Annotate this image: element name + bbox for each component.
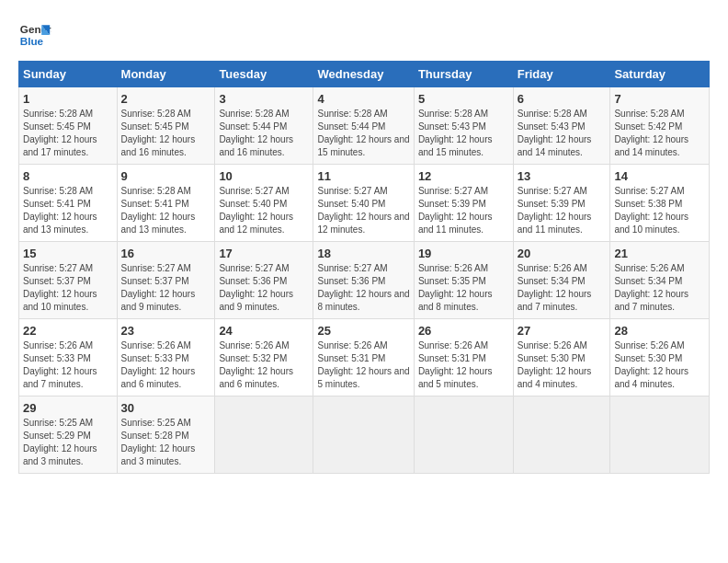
- header-tuesday: Tuesday: [215, 62, 313, 87]
- page-header: General Blue: [18, 18, 710, 52]
- calendar-day: 29Sunrise: 5:25 AMSunset: 5:29 PMDayligh…: [19, 396, 118, 474]
- calendar-day: 20Sunrise: 5:26 AMSunset: 5:34 PMDayligh…: [513, 242, 610, 319]
- day-number: 4: [317, 92, 409, 106]
- day-info: Sunrise: 5:28 AMSunset: 5:45 PMDaylight:…: [121, 108, 211, 159]
- day-info: Sunrise: 5:27 AMSunset: 5:40 PMDaylight:…: [219, 185, 309, 236]
- calendar-day: 28Sunrise: 5:26 AMSunset: 5:30 PMDayligh…: [610, 319, 710, 396]
- day-info: Sunrise: 5:26 AMSunset: 5:32 PMDaylight:…: [219, 339, 309, 391]
- calendar-day: 22Sunrise: 5:26 AMSunset: 5:33 PMDayligh…: [19, 319, 118, 396]
- calendar-day: 15Sunrise: 5:27 AMSunset: 5:37 PMDayligh…: [19, 242, 118, 319]
- calendar-day: 5Sunrise: 5:28 AMSunset: 5:43 PMDaylight…: [414, 87, 513, 165]
- day-info: Sunrise: 5:27 AMSunset: 5:39 PMDaylight:…: [418, 185, 509, 236]
- day-info: Sunrise: 5:28 AMSunset: 5:44 PMDaylight:…: [219, 108, 309, 159]
- calendar-table: SundayMondayTuesdayWednesdayThursdayFrid…: [18, 61, 710, 474]
- day-info: Sunrise: 5:28 AMSunset: 5:41 PMDaylight:…: [23, 185, 113, 236]
- day-number: 20: [518, 247, 607, 260]
- calendar-day: 26Sunrise: 5:26 AMSunset: 5:31 PMDayligh…: [414, 319, 513, 396]
- day-number: 13: [518, 169, 607, 183]
- header-sunday: Sunday: [19, 62, 118, 87]
- calendar-day: 24Sunrise: 5:26 AMSunset: 5:32 PMDayligh…: [215, 319, 313, 396]
- calendar-header-row: SundayMondayTuesdayWednesdayThursdayFrid…: [19, 62, 710, 87]
- calendar-day: 21Sunrise: 5:26 AMSunset: 5:34 PMDayligh…: [610, 242, 710, 319]
- calendar-day: 9Sunrise: 5:28 AMSunset: 5:41 PMDaylight…: [117, 165, 215, 242]
- calendar-day: 12Sunrise: 5:27 AMSunset: 5:39 PMDayligh…: [414, 165, 513, 242]
- calendar-day: [610, 396, 710, 474]
- day-number: 22: [23, 324, 113, 338]
- day-number: 14: [614, 169, 705, 183]
- calendar-day: 17Sunrise: 5:27 AMSunset: 5:36 PMDayligh…: [215, 242, 313, 319]
- day-info: Sunrise: 5:26 AMSunset: 5:35 PMDaylight:…: [418, 262, 509, 314]
- day-info: Sunrise: 5:28 AMSunset: 5:41 PMDaylight:…: [121, 185, 211, 236]
- logo: General Blue: [18, 18, 57, 52]
- day-number: 5: [418, 92, 509, 106]
- day-info: Sunrise: 5:27 AMSunset: 5:36 PMDaylight:…: [317, 262, 409, 314]
- day-number: 15: [23, 247, 113, 260]
- calendar-week-4: 22Sunrise: 5:26 AMSunset: 5:33 PMDayligh…: [19, 319, 710, 396]
- day-number: 8: [23, 169, 113, 183]
- header-wednesday: Wednesday: [313, 62, 414, 87]
- day-number: 1: [23, 92, 113, 106]
- calendar-day: 23Sunrise: 5:26 AMSunset: 5:33 PMDayligh…: [117, 319, 215, 396]
- day-number: 16: [121, 247, 211, 260]
- day-info: Sunrise: 5:25 AMSunset: 5:29 PMDaylight:…: [23, 417, 113, 468]
- calendar-day: 6Sunrise: 5:28 AMSunset: 5:43 PMDaylight…: [513, 87, 610, 165]
- calendar-day: 1Sunrise: 5:28 AMSunset: 5:45 PMDaylight…: [19, 87, 118, 165]
- day-info: Sunrise: 5:26 AMSunset: 5:31 PMDaylight:…: [418, 339, 509, 391]
- day-number: 23: [121, 324, 211, 338]
- day-info: Sunrise: 5:28 AMSunset: 5:45 PMDaylight:…: [23, 108, 113, 159]
- day-info: Sunrise: 5:27 AMSunset: 5:37 PMDaylight:…: [121, 262, 211, 314]
- day-info: Sunrise: 5:26 AMSunset: 5:34 PMDaylight:…: [614, 262, 705, 314]
- header-friday: Friday: [513, 62, 610, 87]
- calendar-day: 16Sunrise: 5:27 AMSunset: 5:37 PMDayligh…: [117, 242, 215, 319]
- calendar-day: 7Sunrise: 5:28 AMSunset: 5:42 PMDaylight…: [610, 87, 710, 165]
- day-info: Sunrise: 5:28 AMSunset: 5:42 PMDaylight:…: [614, 108, 705, 159]
- day-number: 25: [317, 324, 409, 338]
- day-info: Sunrise: 5:28 AMSunset: 5:43 PMDaylight:…: [518, 108, 607, 159]
- calendar-day: 30Sunrise: 5:25 AMSunset: 5:28 PMDayligh…: [117, 396, 215, 474]
- calendar-day: 4Sunrise: 5:28 AMSunset: 5:44 PMDaylight…: [313, 87, 414, 165]
- header-monday: Monday: [117, 62, 215, 87]
- day-info: Sunrise: 5:27 AMSunset: 5:36 PMDaylight:…: [219, 262, 309, 314]
- calendar-week-1: 1Sunrise: 5:28 AMSunset: 5:45 PMDaylight…: [19, 87, 710, 165]
- calendar-day: 11Sunrise: 5:27 AMSunset: 5:40 PMDayligh…: [313, 165, 414, 242]
- day-info: Sunrise: 5:26 AMSunset: 5:34 PMDaylight:…: [518, 262, 607, 314]
- day-info: Sunrise: 5:26 AMSunset: 5:33 PMDaylight:…: [121, 339, 211, 391]
- calendar-day: [215, 396, 313, 474]
- calendar-day: 18Sunrise: 5:27 AMSunset: 5:36 PMDayligh…: [313, 242, 414, 319]
- day-info: Sunrise: 5:26 AMSunset: 5:30 PMDaylight:…: [518, 339, 607, 391]
- day-info: Sunrise: 5:28 AMSunset: 5:43 PMDaylight:…: [418, 108, 509, 159]
- header-thursday: Thursday: [414, 62, 513, 87]
- day-info: Sunrise: 5:27 AMSunset: 5:38 PMDaylight:…: [614, 185, 705, 236]
- logo-icon: General Blue: [18, 18, 51, 52]
- day-number: 6: [518, 92, 607, 106]
- calendar-week-3: 15Sunrise: 5:27 AMSunset: 5:37 PMDayligh…: [19, 242, 710, 319]
- day-number: 30: [121, 401, 211, 415]
- day-number: 29: [23, 401, 113, 415]
- calendar-day: [513, 396, 610, 474]
- calendar-week-5: 29Sunrise: 5:25 AMSunset: 5:29 PMDayligh…: [19, 396, 710, 474]
- header-saturday: Saturday: [610, 62, 710, 87]
- day-number: 21: [614, 247, 705, 260]
- calendar-day: 14Sunrise: 5:27 AMSunset: 5:38 PMDayligh…: [610, 165, 710, 242]
- calendar-day: [414, 396, 513, 474]
- svg-text:Blue: Blue: [20, 35, 44, 47]
- calendar-day: 25Sunrise: 5:26 AMSunset: 5:31 PMDayligh…: [313, 319, 414, 396]
- calendar-day: 3Sunrise: 5:28 AMSunset: 5:44 PMDaylight…: [215, 87, 313, 165]
- calendar-day: 8Sunrise: 5:28 AMSunset: 5:41 PMDaylight…: [19, 165, 118, 242]
- day-info: Sunrise: 5:27 AMSunset: 5:39 PMDaylight:…: [518, 185, 607, 236]
- day-number: 19: [418, 247, 509, 260]
- day-info: Sunrise: 5:26 AMSunset: 5:30 PMDaylight:…: [614, 339, 705, 391]
- day-number: 2: [121, 92, 211, 106]
- day-number: 18: [317, 247, 409, 260]
- calendar-day: 2Sunrise: 5:28 AMSunset: 5:45 PMDaylight…: [117, 87, 215, 165]
- day-number: 10: [219, 169, 309, 183]
- day-number: 7: [614, 92, 705, 106]
- day-number: 17: [219, 247, 309, 260]
- day-info: Sunrise: 5:26 AMSunset: 5:31 PMDaylight:…: [317, 339, 409, 391]
- day-info: Sunrise: 5:26 AMSunset: 5:33 PMDaylight:…: [23, 339, 113, 391]
- day-number: 12: [418, 169, 509, 183]
- day-number: 9: [121, 169, 211, 183]
- day-info: Sunrise: 5:25 AMSunset: 5:28 PMDaylight:…: [121, 417, 211, 468]
- calendar-day: 27Sunrise: 5:26 AMSunset: 5:30 PMDayligh…: [513, 319, 610, 396]
- calendar-day: [313, 396, 414, 474]
